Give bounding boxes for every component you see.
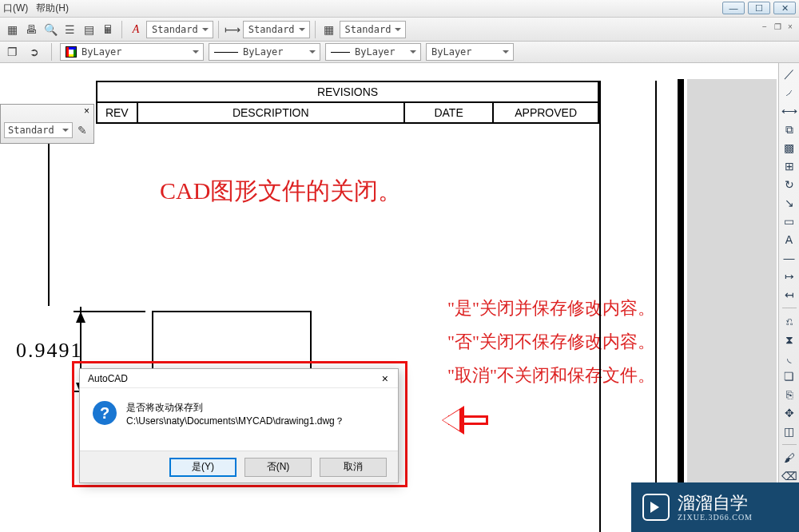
revisions-title: REVISIONS xyxy=(97,81,598,102)
palette-close-button[interactable]: × xyxy=(81,105,92,117)
rectangle-icon[interactable]: ▭ xyxy=(781,213,798,229)
watermark-logo: 溜溜自学 ZIXUE.3D66.COM xyxy=(631,482,799,532)
annotation-notes: "是"关闭并保存修改内容。 "否"关闭不保存修改内容。 "取消"不关闭和保存文件… xyxy=(447,292,655,392)
block-icon[interactable]: ◫ xyxy=(781,423,798,439)
dialog-highlight: AutoCAD × ? 是否将改动保存到 C:\Users\naty\Docum… xyxy=(72,361,407,487)
mdi-minimize-button[interactable]: − xyxy=(759,21,770,32)
plotstyle-label: ByLayer xyxy=(431,46,472,58)
linetype-preview-icon xyxy=(214,52,238,53)
question-icon: ? xyxy=(93,401,117,425)
no-button[interactable]: 否(N) xyxy=(244,458,312,477)
text-icon[interactable]: A xyxy=(781,232,798,248)
yes-button[interactable]: 是(Y) xyxy=(169,458,237,477)
palette-style-combo[interactable]: Standard xyxy=(4,122,73,138)
paper-margin xyxy=(687,79,777,532)
cancel-button[interactable]: 取消 xyxy=(320,458,387,477)
play-icon xyxy=(642,494,670,521)
menu-help[interactable]: 帮助(H) xyxy=(36,2,69,15)
fillet-icon[interactable]: ◟ xyxy=(781,350,798,366)
erase-icon[interactable]: ⌫ xyxy=(781,468,798,484)
lineweight-preview-icon xyxy=(331,52,350,53)
dialog-line2: C:\Users\naty\Documents\MYCAD\drawing1.d… xyxy=(126,415,344,428)
dimstyle-combo[interactable]: Standard xyxy=(243,21,310,38)
measure-icon[interactable]: ⟋ xyxy=(781,85,798,101)
layer-icon[interactable]: ❐ xyxy=(3,43,21,61)
textstyle-combo[interactable]: Standard xyxy=(146,21,213,38)
tablestyle-icon[interactable]: ▦ xyxy=(320,21,338,38)
dialog-title: AutoCAD xyxy=(88,373,128,384)
move-icon[interactable]: ✥ xyxy=(781,405,798,421)
right-tool-palette: ／ ⟋ ⟷ ⧉ ▩ ⊞ ↻ ↘ ▭ A — ↦ ↤ ⎌ ⧗ ◟ ❏ ⎘ ✥ ◫ … xyxy=(778,63,799,532)
col-date: DATE xyxy=(404,102,493,123)
dialog-titlebar[interactable]: AutoCAD × xyxy=(80,369,398,388)
note-cancel: "取消"不关闭和保存文件。 xyxy=(447,359,655,392)
table-icon[interactable]: ▦ xyxy=(3,21,21,38)
dimension-icon[interactable]: ⟷ xyxy=(781,103,798,119)
mdi-controls: − ❐ × xyxy=(759,21,796,32)
mirror-icon[interactable]: ⧗ xyxy=(781,332,798,347)
grid-icon[interactable]: ⊞ xyxy=(781,158,798,174)
color-combo[interactable]: ByLayer xyxy=(60,43,204,61)
dialog-line1: 是否将改动保存到 xyxy=(126,401,344,415)
menu-window[interactable]: 口(W) xyxy=(3,2,28,15)
layer-move-icon[interactable]: ➲ xyxy=(26,43,43,61)
color-label: ByLayer xyxy=(81,46,122,58)
find-icon[interactable]: 🔍 xyxy=(42,21,59,38)
dialog-button-row: 是(Y) 否(N) 取消 xyxy=(80,451,398,482)
menu-bar: 口(W) 帮助(H) xyxy=(0,0,799,18)
copy-icon[interactable]: ⎘ xyxy=(781,387,798,403)
textstyle-icon[interactable]: A xyxy=(127,21,145,38)
note-no: "否"关闭不保存修改内容。 xyxy=(447,325,655,359)
dialog-close-button[interactable]: × xyxy=(377,372,393,385)
plotstyle-combo[interactable]: ByLayer xyxy=(426,43,514,61)
floating-style-palette[interactable]: × Standard ✎ xyxy=(0,104,94,144)
tablestyle-combo[interactable]: Standard xyxy=(340,21,407,38)
offset-icon[interactable]: ⎌ xyxy=(781,313,798,329)
lineweight-combo[interactable]: ByLayer xyxy=(325,43,421,61)
titleblock-border xyxy=(678,79,684,532)
note-yes: "是"关闭并保存修改内容。 xyxy=(447,292,655,325)
dimstyle-icon[interactable]: ⟼ xyxy=(224,21,241,38)
rotate-icon[interactable]: ↻ xyxy=(781,177,798,193)
color-swatch-icon xyxy=(66,46,77,58)
separator xyxy=(782,444,797,445)
separator xyxy=(218,21,219,38)
lineweight-label: ByLayer xyxy=(355,46,396,58)
separator xyxy=(121,21,122,38)
dimension-value: 0.9491 xyxy=(16,339,83,363)
palette-apply-icon[interactable]: ✎ xyxy=(74,122,90,138)
layers-icon[interactable]: ❏ xyxy=(781,368,798,384)
window-close-button[interactable]: ✕ xyxy=(773,2,796,14)
border-segment xyxy=(599,81,601,532)
border-segment xyxy=(655,81,657,532)
annotation-arrow-icon xyxy=(427,407,491,435)
hatch-icon[interactable]: ▩ xyxy=(781,140,798,156)
calc-icon[interactable]: 🖩 xyxy=(99,21,117,38)
separator xyxy=(51,43,52,61)
separator xyxy=(782,308,797,308)
revisions-table: REVISIONS REV DESCRIPTION DATE APPROVED xyxy=(96,81,599,124)
break-icon[interactable]: — xyxy=(781,250,798,266)
line-icon[interactable]: ／ xyxy=(781,66,798,82)
window-maximize-button[interactable]: ☐ xyxy=(748,2,770,14)
col-description: DESCRIPTION xyxy=(137,102,404,123)
window-minimize-button[interactable]: — xyxy=(722,2,745,14)
extend-icon[interactable]: ↦ xyxy=(781,268,798,284)
watermark-main: 溜溜自学 xyxy=(678,494,753,513)
properties-icon[interactable]: ☰ xyxy=(61,21,78,38)
linetype-combo[interactable]: ByLayer xyxy=(209,43,320,61)
array-icon[interactable]: ⧉ xyxy=(781,121,798,137)
annotation-title: CAD图形文件的关闭。 xyxy=(160,175,402,208)
mdi-restore-button[interactable]: ❐ xyxy=(772,21,783,32)
leader-icon[interactable]: ↘ xyxy=(781,195,798,211)
trim-icon[interactable]: ↤ xyxy=(781,287,798,303)
dialog-message: 是否将改动保存到 C:\Users\naty\Documents\MYCAD\d… xyxy=(126,401,344,428)
col-approved: APPROVED xyxy=(493,102,598,123)
print-icon[interactable]: 🖶 xyxy=(22,21,40,38)
save-confirm-dialog: AutoCAD × ? 是否将改动保存到 C:\Users\naty\Docum… xyxy=(79,368,399,483)
watermark-sub: ZIXUE.3D66.COM xyxy=(678,513,753,522)
sheet-icon[interactable]: ▤ xyxy=(80,21,97,38)
paint-icon[interactable]: 🖌 xyxy=(781,450,798,466)
mdi-close-button[interactable]: × xyxy=(785,21,796,32)
col-rev: REV xyxy=(97,102,137,123)
